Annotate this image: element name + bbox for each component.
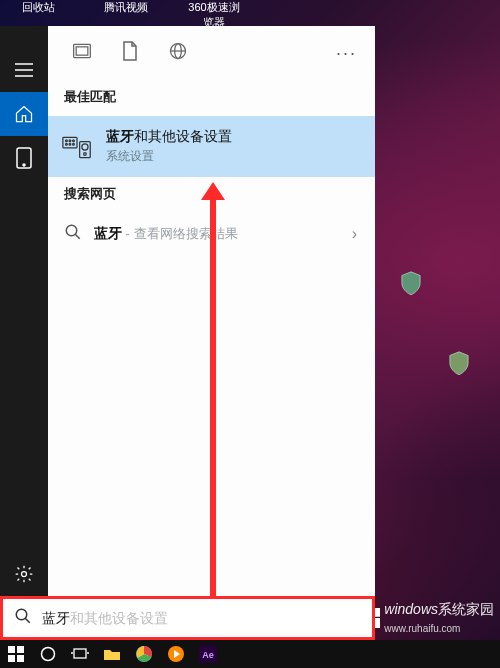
desktop-icon-video[interactable]: 腾讯视频 [96,0,156,26]
desktop-icon-recycle[interactable]: 回收站 [8,0,68,26]
taskbar-app-ae[interactable]: Ae [192,640,224,668]
web-search-label: 蓝牙 - 查看网络搜索结果 [94,225,238,243]
svg-rect-8 [76,47,88,55]
best-match-result[interactable]: 蓝牙和其他设备设置 系统设置 [48,116,375,177]
svg-point-4 [23,164,25,166]
taskbar: Ae [0,640,500,668]
svg-rect-28 [8,655,15,662]
desktop-icon-browser[interactable]: 360极速浏览器 [184,0,244,26]
taskbar-app-explorer[interactable] [96,640,128,668]
scope-files-icon[interactable] [72,42,92,64]
svg-point-18 [73,143,75,145]
scope-more-button[interactable]: ··· [336,43,357,64]
search-rail [0,26,48,640]
scope-documents-icon[interactable] [122,41,138,65]
search-icon [64,223,82,245]
svg-rect-31 [74,649,86,658]
search-results-pane: ··· 最佳匹配 蓝牙和其他设备设置 系统设置 搜索网页 [48,26,375,640]
svg-point-16 [66,143,68,145]
start-search-panel: ··· 最佳匹配 蓝牙和其他设备设置 系统设置 搜索网页 [0,26,375,640]
svg-rect-26 [8,646,15,653]
svg-point-22 [66,225,77,236]
svg-rect-27 [17,646,24,653]
menu-button[interactable] [0,48,48,92]
best-match-subtitle: 系统设置 [106,148,232,165]
annotation-arrow [210,186,216,616]
start-button[interactable] [0,640,32,668]
svg-rect-12 [63,137,77,148]
rail-home[interactable] [0,92,48,136]
best-match-title: 蓝牙和其他设备设置 [106,128,232,146]
watermark: windows系统家园 www.ruhaifu.com [360,601,494,634]
svg-point-5 [22,572,27,577]
taskbar-app-browser[interactable] [128,640,160,668]
scope-web-icon[interactable] [168,41,188,65]
svg-point-14 [69,139,71,141]
task-view-button[interactable] [64,640,96,668]
desktop-icons: 回收站 腾讯视频 360极速浏览器 [8,0,500,26]
rail-settings[interactable] [0,552,48,596]
best-match-header: 最佳匹配 [48,80,375,116]
rail-phone[interactable] [0,136,48,180]
taskbar-app-media[interactable] [160,640,192,668]
svg-point-13 [66,139,68,141]
svg-text:Ae: Ae [202,650,214,660]
svg-point-17 [69,143,71,145]
annotation-highlight-box [0,596,375,640]
svg-point-15 [73,139,75,141]
svg-point-21 [84,152,87,155]
svg-point-30 [42,648,55,661]
cortana-button[interactable] [32,640,64,668]
settings-devices-icon [62,132,92,162]
search-scope-tabs: ··· [48,26,375,80]
svg-line-23 [75,234,80,239]
chevron-right-icon: › [352,225,357,243]
svg-point-20 [82,143,88,149]
svg-rect-29 [17,655,24,662]
